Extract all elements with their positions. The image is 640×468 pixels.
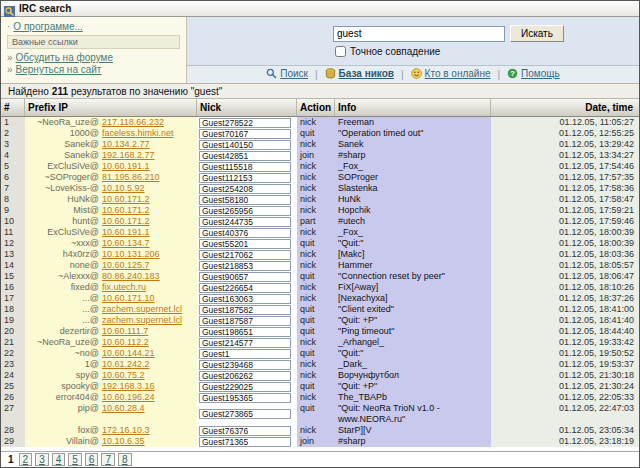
sidebar: ·О программе... Важные ссылки »Обсудить … <box>1 17 187 83</box>
host-link[interactable]: 10.60.112.2 <box>99 337 197 348</box>
host-link[interactable]: 10.60.144.21 <box>99 348 197 359</box>
nick-input[interactable] <box>199 338 291 348</box>
site-link-label[interactable]: Вернуться на сайт <box>16 64 102 75</box>
nav-separator: | <box>401 69 404 80</box>
sidebar-link-site[interactable]: »Вернуться на сайт <box>7 64 180 75</box>
date-cell: 01.12.05, 17:54:46 <box>491 161 639 172</box>
header-action: Action <box>297 99 335 116</box>
nick-input[interactable] <box>199 305 291 315</box>
nick-input[interactable] <box>199 184 291 194</box>
row-number: 20 <box>1 326 25 337</box>
host-link[interactable]: 10.10.6.35 <box>99 436 197 447</box>
host-link[interactable]: 10.60.171.2 <box>99 205 197 216</box>
nick-input[interactable] <box>199 206 291 216</box>
nav-nick-base-link[interactable]: База ников <box>325 68 394 79</box>
host-link[interactable]: 192.168.3.16 <box>99 381 197 392</box>
nick-input[interactable] <box>199 162 291 172</box>
host-link[interactable]: zachem.supernet.lcl <box>99 304 197 315</box>
info-cell: Hammer <box>335 260 491 271</box>
host-link[interactable]: 10.60.125.7 <box>99 260 197 271</box>
page-link-6[interactable]: 6 <box>85 453 99 466</box>
nick-input[interactable] <box>199 327 291 337</box>
host-link[interactable]: 10.60.171.2 <box>99 216 197 227</box>
search-button[interactable]: Искать <box>510 25 564 42</box>
prefix-user: h4x0rz@ <box>25 249 99 260</box>
search-input[interactable] <box>333 26 505 42</box>
action-cell: quit <box>297 238 335 249</box>
nick-input[interactable] <box>199 437 291 447</box>
nick-input[interactable] <box>199 118 291 128</box>
prefix-ip-cell: 1@10.61.242.2 <box>25 359 197 370</box>
sidebar-link-forum[interactable]: »Обсудить на форуме <box>7 52 180 63</box>
host-link[interactable]: 10.61.242.2 <box>99 359 197 370</box>
host-link[interactable]: 10.134.2.77 <box>99 139 197 150</box>
nav-online-link[interactable]: Кто в онлайне <box>411 68 491 79</box>
page-link-4[interactable]: 4 <box>52 453 66 466</box>
host-link[interactable]: faceless.himki.net <box>99 128 197 139</box>
page-link-8[interactable]: 8 <box>118 453 132 466</box>
nick-input[interactable] <box>199 272 291 282</box>
host-link[interactable]: 10.60.171.2 <box>99 194 197 205</box>
table-row: 4Sanek@192.168.2.77join#sharp01.12.05, 1… <box>1 150 639 161</box>
nick-input[interactable] <box>199 195 291 205</box>
nick-input[interactable] <box>199 129 291 139</box>
nav-item-online[interactable]: Кто в онлайне <box>411 68 491 81</box>
page-link-2[interactable]: 2 <box>19 453 33 466</box>
host-link[interactable]: zachem.supernet.lcl <box>99 315 197 326</box>
nick-cell <box>197 183 297 194</box>
nick-input[interactable] <box>199 371 291 381</box>
nick-input[interactable] <box>199 239 291 249</box>
date-cell: 01.12.05, 17:59:21 <box>491 205 639 216</box>
nav-search-link[interactable]: Поиск <box>266 68 308 79</box>
nick-input[interactable] <box>199 349 291 359</box>
nick-input[interactable] <box>199 173 291 183</box>
page-link-5[interactable]: 5 <box>68 453 82 466</box>
host-link[interactable]: fix.utech.ru <box>99 282 197 293</box>
page-link-7[interactable]: 7 <box>101 453 115 466</box>
nick-input[interactable] <box>199 228 291 238</box>
nick-input[interactable] <box>199 382 291 392</box>
nick-cell <box>197 205 297 216</box>
host-link[interactable]: 10.60.134.7 <box>99 238 197 249</box>
info-cell: _Dark_ <box>335 359 491 370</box>
nick-input[interactable] <box>199 360 291 370</box>
nick-input[interactable] <box>199 151 291 161</box>
host-link[interactable]: 80.86.240.183 <box>99 271 197 282</box>
host-link[interactable]: 10.60.196.24 <box>99 392 197 403</box>
nick-input[interactable] <box>199 393 291 403</box>
nick-input[interactable] <box>199 283 291 293</box>
date-cell: 01.12.05, 18:00:39 <box>491 227 639 238</box>
host-link[interactable]: 10.60.191.1 <box>99 161 197 172</box>
bullet-icon: · <box>7 21 10 32</box>
nav-help-link[interactable]: ?Помощь <box>507 68 560 79</box>
pagination: 12345678 <box>1 451 639 467</box>
nick-input[interactable] <box>199 426 291 436</box>
sidebar-about-link[interactable]: ·О программе... <box>7 21 180 32</box>
host-link[interactable]: 10.60.111.7 <box>99 326 197 337</box>
host-link[interactable]: 10.60.28.4 <box>99 403 197 425</box>
host-link[interactable]: 172.16.10.3 <box>99 425 197 436</box>
host-link[interactable]: 192.168.2.77 <box>99 150 197 161</box>
host-link[interactable]: 10.60.75.2 <box>99 370 197 381</box>
host-link[interactable]: 217.118.66.232 <box>99 117 197 128</box>
host-link[interactable]: 10.60.171.10 <box>99 293 197 304</box>
nick-input[interactable] <box>199 261 291 271</box>
nick-input[interactable] <box>199 250 291 260</box>
host-link[interactable]: 10.10.5.92 <box>99 183 197 194</box>
nick-input[interactable] <box>199 140 291 150</box>
nick-input[interactable] <box>199 316 291 326</box>
nav-item-search[interactable]: Поиск <box>266 68 308 81</box>
nick-input[interactable] <box>199 217 291 227</box>
action-cell: quit <box>297 403 335 425</box>
nick-input[interactable] <box>199 294 291 304</box>
page-link-3[interactable]: 3 <box>35 453 49 466</box>
about-link-label[interactable]: О программе... <box>13 21 83 32</box>
exact-match-checkbox[interactable] <box>335 46 346 57</box>
nav-item-help[interactable]: ?Помощь <box>507 68 560 81</box>
host-link[interactable]: 10.10.131.206 <box>99 249 197 260</box>
forum-link-label[interactable]: Обсудить на форуме <box>16 52 113 63</box>
nick-input[interactable] <box>199 409 291 419</box>
host-link[interactable]: 10.60.191.1 <box>99 227 197 238</box>
host-link[interactable]: 81.195.86.210 <box>99 172 197 183</box>
nav-item-nick-base[interactable]: База ников <box>325 68 394 81</box>
